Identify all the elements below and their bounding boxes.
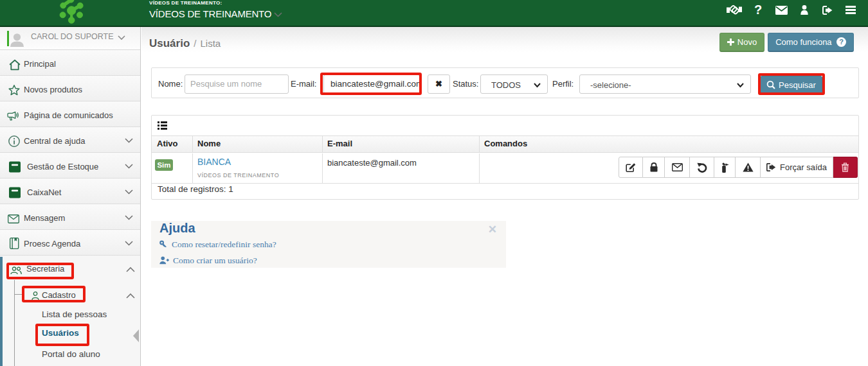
- svg-text:?: ?: [839, 38, 844, 46]
